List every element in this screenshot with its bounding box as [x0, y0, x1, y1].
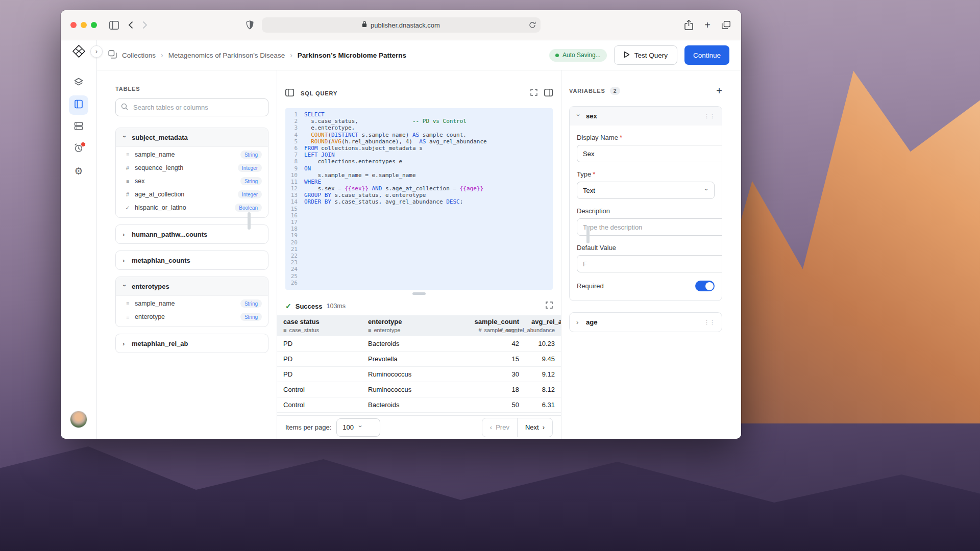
- results-table-container: case status≡case_statusenterotype≡entero…: [277, 315, 561, 415]
- type-label: Type*: [577, 170, 715, 178]
- variable-card-header[interactable]: › sex ⋮⋮: [570, 107, 722, 126]
- chevron-right-icon: ›: [122, 257, 127, 264]
- search-input[interactable]: [132, 103, 263, 112]
- column-header-enterotype[interactable]: enterotype≡enterotype: [362, 315, 464, 336]
- int-type-icon: #: [500, 327, 503, 333]
- str-type-icon: ≡: [283, 327, 286, 333]
- autosave-status-badge: Auto Saving...: [549, 49, 607, 62]
- prev-page-button[interactable]: ‹ Prev: [482, 418, 518, 437]
- rail-item-layers[interactable]: [69, 73, 88, 93]
- share-icon[interactable]: [684, 20, 693, 30]
- browser-chrome: publisher.dnastack.com +: [61, 10, 741, 40]
- required-toggle[interactable]: [695, 281, 715, 291]
- left-panel-resize-handle[interactable]: [248, 212, 251, 230]
- rail-item-collections[interactable]: [69, 95, 88, 115]
- results-table: case status≡case_statusenterotype≡entero…: [277, 315, 561, 415]
- tables-search[interactable]: [115, 98, 268, 116]
- column-row-sequence_length[interactable]: #sequence_lengthInteger: [116, 161, 268, 174]
- continue-button[interactable]: Continue: [684, 45, 729, 65]
- column-row-enterotype[interactable]: ≡enterotypeString: [116, 310, 268, 323]
- breadcrumb-collection[interactable]: Metagenomics of Parkinson's Disease: [168, 52, 285, 59]
- forward-button[interactable]: [142, 21, 148, 29]
- expand-results-icon[interactable]: [546, 302, 553, 311]
- column-header-avg_rel_abundance[interactable]: avg_rel_abundance#avg_rel_abundance: [525, 315, 561, 336]
- page-size-select[interactable]: 100 ›: [336, 418, 380, 437]
- default-value-field[interactable]: [577, 255, 722, 272]
- panel-left-icon[interactable]: [285, 89, 294, 98]
- str-type-icon: ≡: [125, 152, 131, 158]
- drag-handle-icon[interactable]: ⋮⋮: [704, 113, 715, 119]
- sidebar-toggle-icon[interactable]: [109, 21, 119, 30]
- sql-code-line: s.sample_name = e.sample_name: [304, 172, 487, 179]
- traffic-lights: [70, 22, 97, 28]
- type-select[interactable]: Text ›: [577, 182, 715, 199]
- expand-editor-icon[interactable]: [530, 89, 537, 98]
- refresh-icon[interactable]: [529, 21, 536, 30]
- column-row-hispanic_or_latino[interactable]: ✓hispanic_or_latinoBoolean: [116, 201, 268, 214]
- table-group-header[interactable]: ›enterotypes: [116, 277, 268, 296]
- column-name: sex: [135, 178, 144, 185]
- table-group-header[interactable]: ›metaphlan_rel_ab: [116, 334, 268, 353]
- table-group-header[interactable]: ›metaphlan_counts: [116, 251, 268, 269]
- back-button[interactable]: [128, 21, 133, 29]
- rail-item-notifications[interactable]: [69, 139, 88, 159]
- column-row-sample_name[interactable]: ≡sample_nameString: [116, 148, 268, 161]
- test-query-button[interactable]: Test Query: [614, 45, 677, 65]
- drag-handle-icon[interactable]: ⋮⋮: [704, 319, 715, 325]
- table-name: metaphlan_counts: [132, 257, 190, 264]
- tables-panel-title: TABLES: [115, 86, 268, 92]
- close-button[interactable]: [70, 22, 77, 28]
- variable-name: sex: [586, 112, 597, 120]
- result-row[interactable]: PDPrevotella159.45: [277, 352, 561, 367]
- editor-resize-handle[interactable]: [412, 292, 426, 295]
- breadcrumb-collections[interactable]: Collections: [122, 52, 156, 59]
- zoom-button[interactable]: [91, 22, 97, 28]
- panel-right-icon[interactable]: [544, 89, 553, 98]
- sql-code-line: LEFT JOIN: [304, 152, 487, 158]
- result-row[interactable]: ControlBacteroids506.31: [277, 397, 561, 413]
- query-status: Success: [296, 303, 323, 310]
- sql-code[interactable]: SELECT s.case_status, -- PD vs Control e…: [298, 111, 487, 290]
- column-header-case_status[interactable]: case status≡case_status: [277, 315, 362, 336]
- new-tab-icon[interactable]: +: [704, 20, 710, 30]
- right-panel-resize-handle[interactable]: [586, 226, 590, 243]
- display-name-field[interactable]: [577, 145, 722, 162]
- table-group-enterotypes: ›enterotypes≡sample_nameString≡enterotyp…: [115, 277, 268, 327]
- sql-editor[interactable]: 1234567891011121314151617181920212223242…: [285, 108, 553, 290]
- required-marker: *: [620, 134, 622, 141]
- description-field[interactable]: [577, 218, 722, 236]
- sql-code-line: WHERE: [304, 179, 487, 185]
- chevron-down-icon: ›: [575, 114, 582, 118]
- result-row[interactable]: PDRuminococcus309.12: [277, 367, 561, 382]
- items-per-page-label: Items per page:: [285, 423, 331, 431]
- table-group-header[interactable]: ›subject_metadata: [116, 128, 268, 147]
- result-row[interactable]: PDBacteroids4210.23: [277, 336, 561, 352]
- next-page-button[interactable]: Next ›: [518, 418, 552, 437]
- result-row[interactable]: ControlRuminococcus188.12: [277, 382, 561, 397]
- rail-item-storage[interactable]: [69, 117, 88, 137]
- display-name-label: Display Name*: [577, 134, 715, 141]
- table-name: enterotypes: [132, 283, 169, 290]
- sql-code-line: COUNT(DISTINCT s.sample_name) AS sample_…: [304, 132, 487, 138]
- play-icon: [624, 51, 630, 60]
- app-logo[interactable]: [72, 44, 86, 60]
- user-avatar[interactable]: [70, 411, 87, 428]
- column-row-sample_name[interactable]: ≡sample_nameString: [116, 297, 268, 310]
- minimize-button[interactable]: [81, 22, 87, 28]
- rail-expand-button[interactable]: ›: [90, 45, 103, 58]
- pagination: ‹ Prev Next ›: [482, 418, 553, 437]
- rail-item-settings[interactable]: ⚙: [69, 161, 88, 181]
- privacy-shield-icon[interactable]: [246, 20, 254, 32]
- table-group-header[interactable]: ›humann_pathw...counts: [116, 225, 268, 243]
- variable-card-header[interactable]: › age ⋮⋮: [570, 313, 722, 332]
- column-row-age_at_collection[interactable]: #age_at_collectionInteger: [116, 188, 268, 201]
- chevron-down-icon: ›: [121, 135, 128, 139]
- results-footer: Items per page: 100 › ‹ Prev Next: [277, 415, 561, 439]
- address-bar[interactable]: publisher.dnastack.com: [262, 17, 541, 33]
- add-variable-button[interactable]: +: [716, 86, 722, 96]
- tab-overview-icon[interactable]: [722, 21, 730, 29]
- column-row-sex[interactable]: ≡sexString: [116, 174, 268, 188]
- variables-count-badge: 2: [610, 87, 620, 95]
- tables-group-list: ›subject_metadata≡sample_nameString#sequ…: [115, 128, 268, 353]
- sql-code-line: SELECT: [304, 111, 487, 118]
